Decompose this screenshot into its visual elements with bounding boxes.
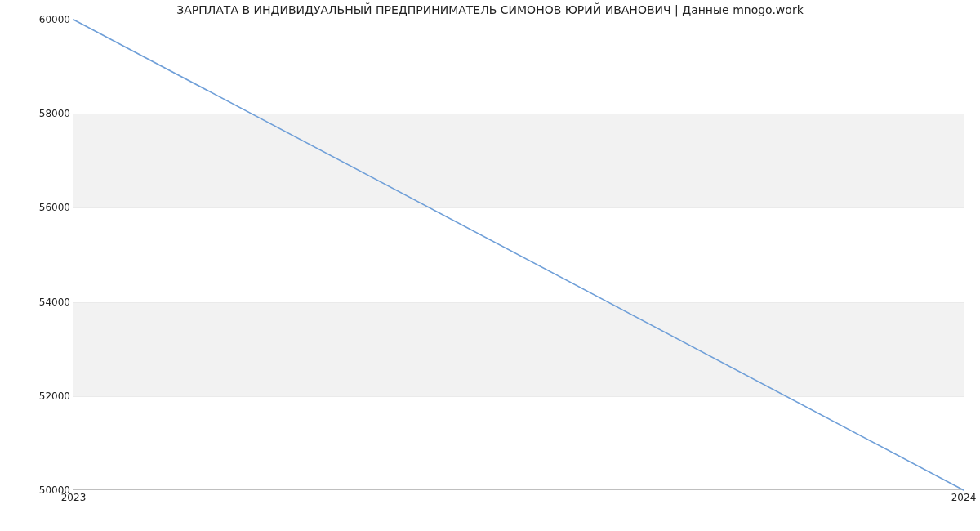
data-line [74,20,964,490]
chart-title: ЗАРПЛАТА В ИНДИВИДУАЛЬНЫЙ ПРЕДПРИНИМАТЕЛ… [0,3,980,16]
y-tick-label: 56000 [5,202,70,213]
plot-area [74,20,964,490]
y-tick-label: 54000 [5,297,70,308]
y-tick-label: 60000 [5,14,70,25]
x-tick-label: 2023 [61,492,87,503]
salary-line-chart: ЗАРПЛАТА В ИНДИВИДУАЛЬНЫЙ ПРЕДПРИНИМАТЕЛ… [0,0,980,531]
y-tick-label: 52000 [5,390,70,402]
x-tick-label: 2024 [951,492,977,503]
y-tick-label: 58000 [5,108,70,119]
